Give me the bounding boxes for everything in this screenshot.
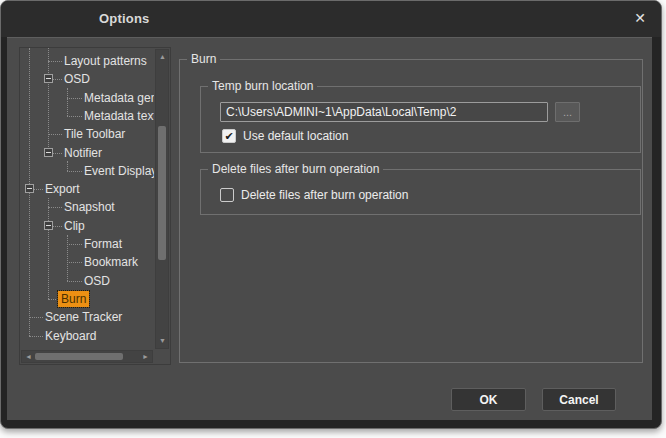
options-tree-panel: Layout patterns OSD Metadata gen Metadat…: [19, 47, 171, 365]
tree-connector-stub: [67, 98, 82, 99]
tree-item-export[interactable]: Export: [20, 180, 154, 198]
tree-item-label: Scene Tracker: [42, 309, 125, 325]
scroll-down-icon[interactable]: ▼: [159, 337, 166, 345]
temp-location-input[interactable]: [220, 102, 548, 122]
tree-item-label: Burn: [58, 291, 89, 307]
vertical-scroll-thumb[interactable]: [158, 126, 166, 260]
delete-files-group-title: Delete files after burn operation: [208, 162, 383, 176]
delete-files-label: Delete files after burn operation: [241, 188, 408, 202]
tree-item-metadata-text[interactable]: Metadata text: [20, 107, 154, 125]
tree-item-metadata-gen[interactable]: Metadata gen: [20, 89, 154, 107]
scroll-left-icon[interactable]: ◄: [25, 353, 32, 361]
tree-item-scene-tracker[interactable]: Scene Tracker: [20, 308, 154, 326]
tree-item-label: OSD: [61, 71, 93, 87]
tree-item-label: Event Display: [81, 163, 154, 179]
tree-item-label: Format: [81, 236, 125, 252]
temp-burn-location-title: Temp burn location: [208, 79, 317, 93]
delete-files-group: Delete files after burn operation ✔ Dele…: [200, 169, 641, 215]
dialog-titlebar[interactable]: Options ✕: [1, 1, 661, 37]
tree-connector-stub: [48, 61, 62, 62]
tree-connector-stub: [67, 116, 82, 117]
tree-item-label: OSD: [81, 273, 113, 289]
scroll-right-icon[interactable]: ►: [142, 353, 149, 361]
tree-item-format[interactable]: Format: [20, 235, 154, 253]
tree-item-snapshot[interactable]: Snapshot: [20, 198, 154, 216]
tree-item-label: Keyboard: [42, 328, 99, 344]
options-dialog: Options ✕ Layout patterns OSD Metadata g…: [0, 0, 662, 429]
tree-item-notifier[interactable]: Notifier: [20, 144, 154, 162]
tree-connector-stub: [67, 171, 82, 172]
close-icon[interactable]: ✕: [634, 1, 646, 35]
delete-files-checkbox[interactable]: ✔ Delete files after burn operation: [220, 188, 408, 202]
ok-button[interactable]: OK: [451, 388, 526, 411]
tree-rows: Layout patterns OSD Metadata gen Metadat…: [20, 48, 154, 349]
check-icon: ✔: [224, 130, 233, 142]
horizontal-scroll-thumb[interactable]: [35, 353, 123, 360]
checkbox-icon[interactable]: ✔: [222, 129, 236, 143]
tree-item-label: Notifier: [61, 145, 105, 161]
tree-item-label: Clip: [61, 218, 88, 234]
tree-item-layout-patterns[interactable]: Layout patterns: [20, 52, 154, 70]
tree-item-bookmark[interactable]: Bookmark: [20, 253, 154, 271]
tree-item-tile-toolbar[interactable]: Tile Toolbar: [20, 125, 154, 143]
tree-connector-stub: [67, 281, 82, 282]
tree-horizontal-scrollbar[interactable]: ◄ ►: [21, 350, 153, 363]
collapse-icon[interactable]: [44, 148, 53, 157]
tree-connector-stub: [29, 336, 43, 337]
tree-item-label: Snapshot: [61, 199, 118, 215]
tree-item-label: Layout patterns: [61, 53, 150, 69]
temp-burn-location-group: Temp burn location ... ✔ Use default loc…: [200, 86, 641, 153]
tree-item-label: Metadata text: [81, 108, 154, 124]
use-default-location-checkbox[interactable]: ✔ Use default location: [222, 129, 348, 143]
use-default-location-label: Use default location: [243, 129, 348, 143]
tree-item-clip[interactable]: Clip: [20, 217, 154, 235]
checkbox-icon[interactable]: ✔: [220, 188, 234, 202]
collapse-icon[interactable]: [44, 74, 53, 83]
tree-item-burn[interactable]: Burn: [20, 290, 154, 308]
collapse-icon[interactable]: [44, 221, 53, 230]
tree-item-osd[interactable]: OSD: [20, 70, 154, 88]
tree-connector-stub: [48, 207, 62, 208]
browse-button[interactable]: ...: [555, 102, 580, 122]
tree-vertical-scrollbar[interactable]: ▲ ▼: [155, 49, 169, 349]
tree-item-osd[interactable]: OSD: [20, 272, 154, 290]
tree-item-event-display[interactable]: Event Display: [20, 162, 154, 180]
tree-item-keyboard[interactable]: Keyboard: [20, 327, 154, 345]
scroll-up-icon[interactable]: ▲: [159, 53, 166, 61]
tree-item-label: Export: [42, 181, 83, 197]
tree-connector-stub: [29, 317, 43, 318]
burn-group: Burn Temp burn location ... ✔ Use defaul…: [179, 59, 643, 363]
tree-connector-stub: [67, 262, 82, 263]
tree-item-label: Tile Toolbar: [61, 126, 128, 142]
tree-connector-stub: [48, 134, 62, 135]
tree-item-label: Bookmark: [81, 254, 141, 270]
collapse-icon[interactable]: [25, 184, 34, 193]
dialog-body: Layout patterns OSD Metadata gen Metadat…: [7, 37, 652, 420]
dialog-title: Options: [99, 1, 150, 36]
cancel-button[interactable]: Cancel: [542, 388, 616, 411]
tree-connector-stub: [67, 244, 82, 245]
tree-item-label: Metadata gen: [81, 90, 154, 106]
burn-group-title: Burn: [187, 52, 220, 66]
